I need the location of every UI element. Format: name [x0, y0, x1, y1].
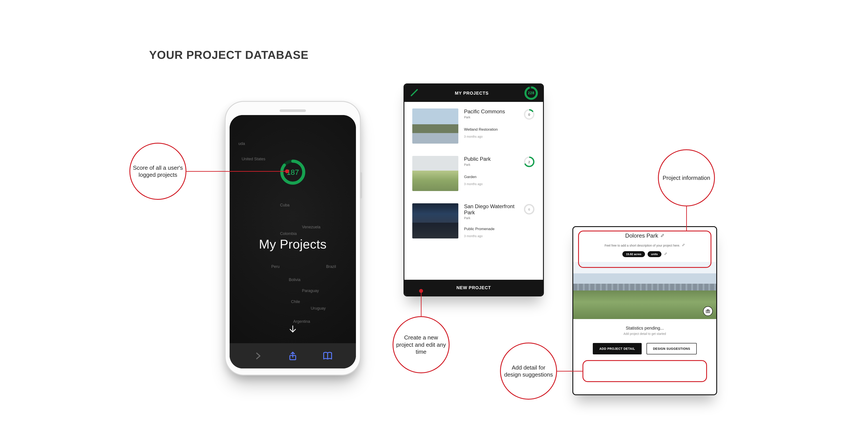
callout-leader — [686, 206, 687, 231]
project-subtitle: Wetland Restoration — [464, 128, 535, 132]
callout-new-project: Create a new project and edit any time — [393, 316, 450, 373]
project-photo — [573, 262, 716, 319]
project-score-ring: 0 — [523, 109, 535, 120]
callout-dot — [419, 289, 423, 293]
project-row[interactable]: Public Park Park 2 Garden 3 months ago — [412, 156, 535, 191]
stats-block: Statistics pending... Add project detail… — [573, 326, 716, 336]
menu-icon[interactable] — [409, 88, 419, 99]
header-score-ring: 228 — [524, 86, 538, 100]
share-icon[interactable] — [286, 349, 299, 363]
map-label: Cuba — [280, 203, 289, 207]
project-updated: 3 months ago — [464, 234, 535, 238]
screen-title: My Projects — [229, 237, 356, 251]
stats-line2: Add project detail to get started — [573, 332, 716, 336]
tab-bar — [229, 343, 356, 368]
scroll-down-icon[interactable] — [288, 324, 298, 334]
map-label: Paraguay — [302, 288, 319, 293]
callout-highlight-buttons — [583, 360, 707, 382]
project-type: Park — [464, 115, 505, 119]
stats-line1: Statistics pending... — [573, 326, 716, 331]
callout-leader — [186, 171, 286, 172]
project-type: Park — [464, 163, 491, 166]
svg-point-15 — [707, 311, 709, 312]
project-score-ring: 2 — [523, 156, 535, 168]
callout-leader — [421, 292, 422, 316]
callout-project-info: Project information — [658, 149, 715, 206]
map-label: Uruguay — [311, 306, 326, 311]
project-updated: 3 months ago — [464, 135, 535, 138]
projects-list-card: MY PROJECTS 228 Pacific Commons Park — [404, 83, 544, 296]
camera-icon[interactable] — [703, 306, 713, 316]
total-score-value: 187 — [280, 159, 306, 185]
forward-icon[interactable] — [251, 349, 265, 363]
project-thumb — [412, 203, 458, 238]
callout-dot — [285, 169, 289, 173]
list-header: MY PROJECTS 228 — [404, 84, 543, 102]
map-label: Peru — [271, 264, 280, 269]
project-name: San Diego Waterfront Park — [464, 203, 521, 216]
project-score: 2 — [523, 156, 535, 168]
map-label: uda — [238, 141, 245, 146]
callout-highlight-project-info — [578, 231, 711, 268]
svg-line-6 — [411, 90, 417, 95]
map-label: Venezuela — [302, 225, 320, 229]
project-row[interactable]: Pacific Commons Park 0 Wetland Restorati… — [412, 109, 535, 144]
project-name: Pacific Commons — [464, 109, 505, 115]
callout-add-detail: Add detail for design suggestions — [500, 342, 557, 400]
phone-screen: uda United States Cuba Venezuela Colombi… — [229, 115, 356, 368]
total-score-ring: 187 — [280, 159, 306, 185]
design-suggestions-button[interactable]: DESIGN SUGGESTIONS — [647, 343, 697, 355]
map-label: Chile — [291, 300, 300, 304]
project-score: 6 — [523, 203, 535, 215]
map-label: Argentina — [293, 319, 310, 324]
list-title: MY PROJECTS — [455, 91, 489, 96]
project-thumb — [412, 156, 458, 191]
project-type: Park — [464, 216, 521, 220]
list-body[interactable]: Pacific Commons Park 0 Wetland Restorati… — [404, 102, 543, 280]
new-project-button[interactable]: NEW PROJECT — [404, 280, 543, 295]
project-score: 0 — [523, 109, 535, 120]
map-label: Brazil — [326, 264, 336, 269]
project-subtitle: Public Promenade — [464, 227, 535, 231]
map-label: Colombia — [280, 231, 297, 236]
book-icon[interactable] — [321, 349, 334, 363]
add-project-detail-button[interactable]: ADD PROJECT DETAIL — [593, 343, 642, 355]
phone-mock: uda United States Cuba Venezuela Colombi… — [225, 101, 361, 375]
header-score-value: 228 — [524, 86, 538, 100]
project-row[interactable]: San Diego Waterfront Park Park 6 Public … — [412, 203, 535, 238]
project-subtitle: Garden — [464, 175, 535, 179]
project-score-ring: 6 — [523, 203, 535, 215]
callout-leader — [557, 371, 583, 371]
map-label: Bolivia — [289, 278, 301, 282]
project-updated: 3 months ago — [464, 182, 535, 186]
project-thumb — [412, 109, 458, 144]
callout-total-score: Score of all a user's logged projects — [129, 143, 186, 200]
project-name: Public Park — [464, 156, 491, 162]
section-heading: YOUR PROJECT DATABASE — [149, 48, 309, 61]
map-label: United States — [242, 157, 266, 161]
